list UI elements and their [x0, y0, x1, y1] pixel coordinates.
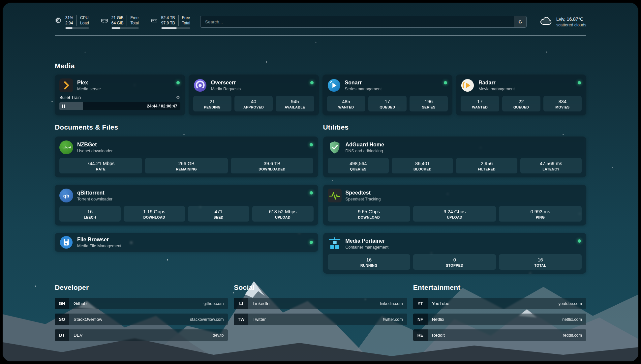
twitter-abbr-icon: TW	[234, 314, 248, 325]
bookmark-reddit[interactable]: RE Reddit reddit.com	[413, 329, 586, 341]
app-name: Media Portainer	[346, 238, 389, 244]
bookmark-name: LinkedIn	[253, 301, 269, 306]
search-bar[interactable]: G	[200, 16, 527, 28]
adguard-card[interactable]: AdGuard Home DNS and adblocking 498,564 …	[323, 136, 587, 177]
playback-time: 24:44 / 02:06:47	[147, 104, 177, 108]
bookmark-name: Reddit	[432, 333, 445, 338]
cpu-icon	[55, 17, 62, 25]
sonarr-card-header: Sonarr Series management	[327, 78, 448, 92]
overseerr-card[interactable]: Overseerr Media Requests 21 PENDING 40 A…	[189, 75, 319, 115]
stat-downloaded: 39.6 TB DOWNLOADED	[231, 158, 314, 173]
disk-metric: 52.4 TB 97.9 TB Free Total	[151, 15, 190, 29]
qbittorrent-card[interactable]: qb qBittorrent Torrent downloader	[55, 185, 318, 226]
stat-label: TOTAL	[500, 263, 580, 267]
stat-queued: 22 QUEUED	[502, 96, 540, 111]
app-description: Media server	[77, 87, 101, 91]
dashboard-screen: 31% 2.94 CPU Load	[3, 3, 638, 361]
netflix-abbr-icon: NF	[413, 314, 428, 325]
github-abbr-icon: GH	[55, 298, 69, 309]
bookmark-name: DEV	[74, 333, 83, 338]
app-description: Movie management	[478, 87, 515, 91]
cpu-labels: CPU Load	[76, 15, 89, 26]
portainer-card-header: Media Portainer Container management	[328, 237, 582, 251]
ram-free-value: 21 GiB	[111, 15, 124, 20]
bookmark-url: netflix.com	[562, 317, 582, 322]
plex-player-bar[interactable]: 24:44 / 02:06:47	[59, 102, 180, 110]
stat-label: UPLOAD	[414, 215, 495, 219]
app-name: File Browser	[77, 236, 121, 243]
filebrowser-icon	[59, 235, 73, 249]
sonarr-card-text: Sonarr Series management	[345, 79, 382, 91]
settings-gear-icon[interactable]: ⚙	[176, 95, 180, 100]
stat-label: PING	[500, 215, 580, 219]
app-name: Plex	[77, 79, 101, 86]
disk-progress-track	[161, 27, 190, 29]
media-section-title: Media	[55, 62, 586, 70]
stat-label: RUNNING	[329, 263, 409, 267]
documents-section: Documents & Files nzbget NZBGet Usenet d…	[55, 123, 318, 252]
radarr-stats: 17 WANTED 22 QUEUED 834 MOVIES	[461, 96, 582, 111]
bookmark-url: reddit.com	[563, 333, 582, 338]
radarr-icon	[461, 78, 474, 92]
speedtest-card[interactable]: Speedtest Speedtest Tracking 9.65 Gbps D…	[323, 185, 587, 226]
bookmark-linkedin[interactable]: LI LinkedIn linkedin.com	[234, 298, 407, 309]
ram-metric: 21 GiB 64 GiB Free Total	[101, 15, 139, 29]
stat-value: 0	[414, 257, 495, 263]
disk-values: 52.4 TB 97.9 TB	[161, 15, 175, 26]
stat-value: 16	[61, 209, 119, 215]
stat-value: 618.52 Mbps	[254, 209, 312, 215]
weather-location: Lviv, 16.87°C	[556, 16, 586, 22]
nzbget-icon-text: nzbget	[62, 146, 71, 149]
bookmark-url: twitter.com	[383, 317, 403, 322]
middle-columns: Documents & Files nzbget NZBGet Usenet d…	[55, 123, 586, 274]
pause-icon[interactable]	[62, 105, 65, 108]
stat-label: APPROVED	[236, 105, 271, 109]
stat-value: 266 GB	[146, 161, 227, 167]
plex-icon	[59, 78, 73, 92]
adguard-card-text: AdGuard Home DNS and adblocking	[346, 141, 384, 153]
search-input[interactable]	[200, 16, 514, 27]
stat-label: LATENCY	[522, 167, 580, 171]
speedtest-card-header: Speedtest Speedtest Tracking	[328, 189, 582, 202]
stat-value: 196	[411, 99, 446, 105]
bookmark-stackoverflow[interactable]: SO StackOverflow stackoverflow.com	[55, 314, 228, 325]
bookmark-youtube[interactable]: YT YouTube youtube.com	[413, 298, 586, 309]
stat-approved: 40 APPROVED	[234, 96, 273, 111]
portainer-card[interactable]: Media Portainer Container management 16 …	[323, 233, 587, 274]
ram-metric-rows: 21 GiB 64 GiB Free Total	[111, 15, 139, 26]
radarr-card-text: Radarr Movie management	[478, 79, 515, 91]
bookmark-github[interactable]: GH Github github.com	[55, 298, 228, 309]
ram-icon	[101, 17, 108, 25]
youtube-abbr-icon: YT	[413, 298, 428, 309]
qbittorrent-icon: qb	[59, 189, 73, 202]
cpu-label-bottom: Load	[80, 20, 89, 26]
overseerr-stats: 21 PENDING 40 APPROVED 945 AVAILABLE	[193, 96, 314, 111]
sonarr-card[interactable]: Sonarr Series management 485 WANTED 17 Q…	[322, 75, 453, 115]
app-name: Sonarr	[345, 79, 382, 86]
nzbget-card-text: NZBGet Usenet downloader	[77, 141, 113, 153]
stat-value: 1.19 Gbps	[125, 209, 184, 215]
search-engine-button[interactable]: G	[514, 16, 526, 27]
stat-label: DOWNLOAD	[125, 215, 184, 219]
stat-value: 17	[370, 99, 405, 105]
stat-label: LEECH	[61, 215, 119, 219]
cpu-load-average: 2.94	[65, 20, 73, 26]
bookmark-name: Netflix	[432, 317, 444, 322]
bookmark-twitter[interactable]: TW Twitter twitter.com	[234, 314, 407, 325]
nzbget-card[interactable]: nzbget NZBGet Usenet downloader	[55, 136, 318, 177]
cloud-icon	[540, 16, 552, 27]
bookmark-name: Github	[74, 301, 87, 306]
radarr-card[interactable]: Radarr Movie management 17 WANTED 22 QUE…	[456, 75, 586, 115]
social-section: Social LI LinkedIn linkedin.com TW Twitt…	[234, 284, 407, 345]
filebrowser-card[interactable]: File Browser Media File Management	[55, 233, 318, 252]
disk-free-value: 52.4 TB	[161, 15, 175, 20]
documents-cards: nzbget NZBGet Usenet downloader	[55, 136, 318, 252]
bookmark-dev[interactable]: DT DEV dev.to	[55, 329, 228, 341]
stat-label: QUEUED	[504, 105, 539, 109]
developer-section-title: Developer	[55, 284, 228, 291]
app-window: 31% 2.94 CPU Load	[0, 0, 641, 364]
stat-value: 21	[195, 99, 230, 105]
bookmark-netflix[interactable]: NF Netflix netflix.com	[413, 314, 586, 325]
plex-card[interactable]: Plex Media server Bullet Train ⚙ 24:44 /…	[55, 75, 185, 115]
stat-label: WANTED	[462, 105, 498, 109]
